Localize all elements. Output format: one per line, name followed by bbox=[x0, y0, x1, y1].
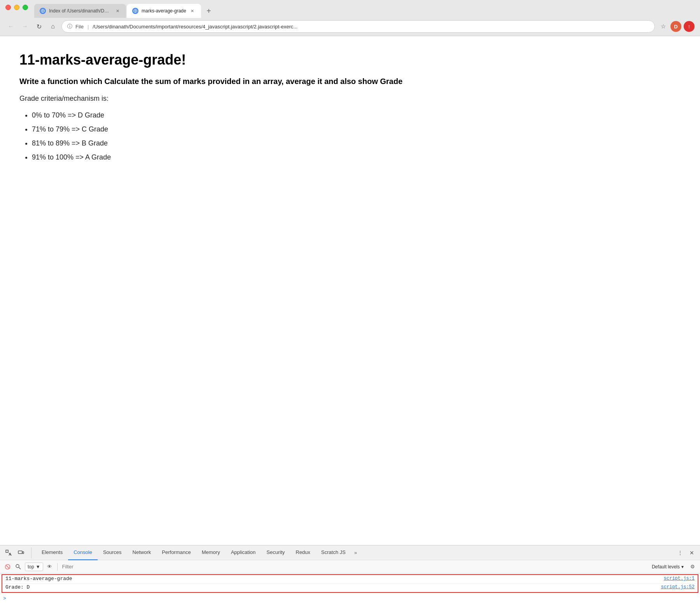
console-filter-input[interactable] bbox=[61, 564, 647, 570]
console-line-2: Grade: D script.js:52 bbox=[2, 584, 698, 592]
console-line-1: 11-marks-average-grade script.js:1 bbox=[2, 575, 698, 584]
grade-criteria-label: Grade criteria/mechanism is: bbox=[19, 95, 681, 103]
devtools-tab-security[interactable]: Security bbox=[261, 545, 290, 560]
tab-marks-average[interactable]: marks-average-grade ✕ bbox=[127, 4, 201, 18]
console-toolbar: 🚫 top ▼ 👁 Default levels ▾ ⚙ bbox=[0, 560, 700, 573]
protocol-label: File bbox=[75, 24, 84, 30]
devtools-tab-scratch-js[interactable]: Scratch JS bbox=[316, 545, 351, 560]
devtools-tab-redux[interactable]: Redux bbox=[290, 545, 316, 560]
toolbar-divider bbox=[57, 563, 58, 571]
close-window-button[interactable] bbox=[5, 5, 11, 10]
devtools-more-tabs-button[interactable]: » bbox=[351, 545, 360, 560]
devtools-tab-network[interactable]: Network bbox=[127, 545, 157, 560]
console-line-2-text: Grade: D bbox=[5, 584, 30, 590]
svg-rect-7 bbox=[18, 551, 22, 554]
console-line-1-file[interactable]: script.js:1 bbox=[664, 576, 695, 581]
forward-button[interactable]: → bbox=[19, 21, 30, 32]
page-description: Write a function which Calculate the sum… bbox=[19, 76, 408, 87]
console-prompt-symbol: > bbox=[3, 596, 6, 601]
browser-chrome: Index of /Users/dinanath/Docum... ✕ mark… bbox=[0, 0, 700, 36]
tab-label-2: marks-average-grade bbox=[142, 8, 186, 14]
tab-favicon-1 bbox=[40, 8, 46, 14]
bookmark-button[interactable]: ☆ bbox=[658, 21, 668, 32]
tab-close-1[interactable]: ✕ bbox=[114, 8, 121, 14]
tab-close-2[interactable]: ✕ bbox=[189, 8, 196, 14]
svg-rect-6 bbox=[6, 550, 8, 552]
page-content: 11-marks-average-grade! Write a function… bbox=[0, 36, 700, 603]
console-prompt-line[interactable]: > bbox=[0, 594, 700, 603]
context-label: top bbox=[28, 564, 34, 570]
context-selector[interactable]: top ▼ bbox=[25, 563, 43, 571]
maximize-window-button[interactable] bbox=[23, 5, 28, 10]
devtools-tool-icons bbox=[3, 547, 32, 558]
svg-point-9 bbox=[16, 564, 19, 568]
devtools-tab-elements[interactable]: Elements bbox=[36, 545, 68, 560]
console-line-1-text: 11-marks-average-grade bbox=[5, 576, 72, 582]
devtools-tab-performance[interactable]: Performance bbox=[156, 545, 196, 560]
console-output: 11-marks-average-grade script.js:1 Grade… bbox=[0, 574, 700, 603]
tab-label-1: Index of /Users/dinanath/Docum... bbox=[49, 8, 111, 14]
context-dropdown-arrow: ▼ bbox=[36, 564, 40, 570]
url-separator: | bbox=[88, 24, 89, 30]
console-filter-toggle[interactable] bbox=[14, 563, 23, 571]
address-bar-actions: ☆ D ↑ bbox=[658, 21, 695, 32]
back-button[interactable]: ← bbox=[5, 21, 16, 32]
live-expressions-button[interactable]: 👁 bbox=[46, 563, 54, 571]
list-item: 81% to 89% => B Grade bbox=[32, 136, 681, 150]
security-icon: ⓘ bbox=[67, 23, 72, 30]
console-settings-button[interactable]: ⚙ bbox=[688, 563, 697, 571]
devtools-right-icons: ⋮ ✕ bbox=[675, 548, 697, 558]
devtools-close-button[interactable]: ✕ bbox=[687, 548, 697, 558]
console-highlighted-region: 11-marks-average-grade script.js:1 Grade… bbox=[2, 574, 698, 593]
devtools-settings-dots-button[interactable]: ⋮ bbox=[675, 548, 685, 558]
log-levels-arrow: ▾ bbox=[681, 564, 684, 570]
tab-index[interactable]: Index of /Users/dinanath/Docum... ✕ bbox=[34, 4, 126, 18]
update-button[interactable]: ↑ bbox=[684, 21, 695, 32]
page-title: 11-marks-average-grade! bbox=[19, 52, 681, 68]
window-controls bbox=[0, 0, 33, 15]
profile-button[interactable]: D bbox=[670, 21, 681, 32]
list-item: 91% to 100% => A Grade bbox=[32, 150, 681, 164]
home-button[interactable]: ⌂ bbox=[47, 21, 58, 32]
tab-favicon-2 bbox=[132, 8, 138, 14]
console-line-2-file[interactable]: script.js:52 bbox=[661, 584, 695, 590]
devtools-panel: Elements Console Sources Network Perform… bbox=[0, 545, 700, 603]
url-text: /Users/dinanath/Documents/important/reso… bbox=[93, 24, 298, 30]
browser-window: Index of /Users/dinanath/Docum... ✕ mark… bbox=[0, 0, 700, 603]
grade-list: 0% to 70% => D Grade 71% to 79% => C Gra… bbox=[19, 108, 681, 164]
list-item: 0% to 70% => D Grade bbox=[32, 108, 681, 122]
devtools-tabs-bar: Elements Console Sources Network Perform… bbox=[0, 545, 700, 560]
devtools-tab-memory[interactable]: Memory bbox=[196, 545, 226, 560]
console-clear-button[interactable]: 🚫 bbox=[3, 563, 12, 571]
reload-button[interactable]: ↻ bbox=[33, 21, 44, 32]
log-levels-label: Default levels bbox=[652, 564, 680, 570]
devtools-tab-console[interactable]: Console bbox=[68, 545, 98, 560]
device-toolbar-button[interactable] bbox=[16, 547, 26, 558]
svg-rect-8 bbox=[23, 552, 24, 554]
devtools-tab-sources[interactable]: Sources bbox=[98, 545, 127, 560]
add-tab-button[interactable]: + bbox=[203, 5, 214, 16]
log-levels-button[interactable]: Default levels ▾ bbox=[649, 563, 686, 570]
inspect-element-button[interactable] bbox=[3, 547, 14, 558]
address-bar: ← → ↻ ⌂ ⓘ File | /Users/dinanath/Documen… bbox=[0, 18, 700, 36]
url-bar[interactable]: ⓘ File | /Users/dinanath/Documents/impor… bbox=[61, 20, 655, 33]
devtools-tab-application[interactable]: Application bbox=[226, 545, 261, 560]
minimize-window-button[interactable] bbox=[14, 5, 19, 10]
svg-line-10 bbox=[19, 567, 21, 569]
list-item: 71% to 79% => C Grade bbox=[32, 122, 681, 136]
